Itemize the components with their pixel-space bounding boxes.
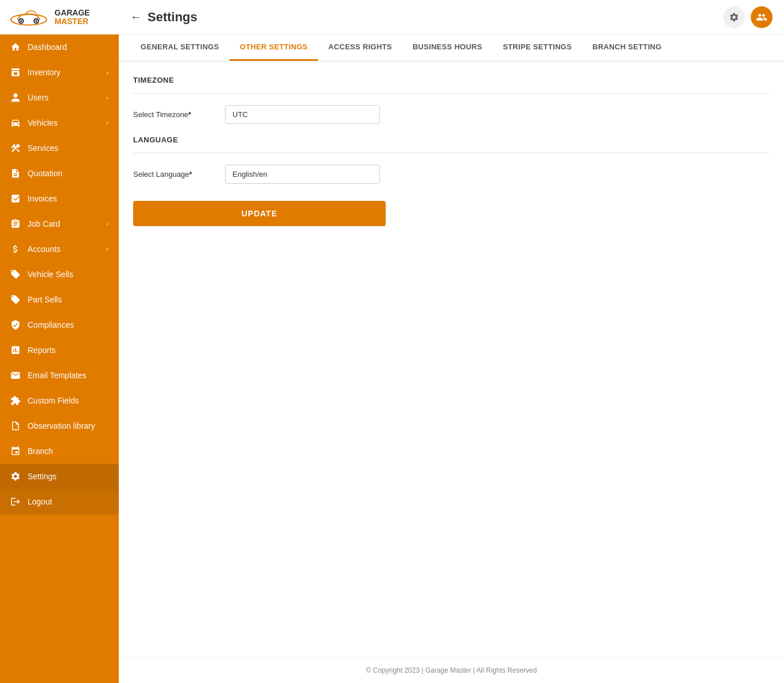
- sidebar-label-quotation: Quotation: [28, 169, 63, 178]
- sidebar-item-quotation[interactable]: Quotation: [0, 161, 119, 186]
- settings-content: TIMEZONE Select Timezone* LANGUAGE Selec…: [119, 61, 784, 657]
- quotation-icon: [10, 168, 21, 178]
- update-button[interactable]: UPDATE: [133, 201, 386, 226]
- sidebar-label-reports: Reports: [28, 346, 56, 355]
- sidebar-label-logout: Logout: [28, 497, 52, 506]
- sidebar-label-services: Services: [28, 143, 59, 153]
- logo-car-icon: [9, 6, 49, 28]
- timezone-section: TIMEZONE Select Timezone*: [133, 76, 770, 124]
- sidebar-label-compliances: Compliances: [28, 320, 74, 329]
- sidebar-label-branch: Branch: [28, 447, 53, 456]
- email-icon: [10, 370, 21, 381]
- tab-branch-setting[interactable]: BRANCH SETTING: [582, 34, 672, 61]
- language-section: LANGUAGE Select Language*: [133, 135, 770, 184]
- accounts-arrow: ›: [106, 246, 108, 253]
- timezone-label: Select Timezone*: [133, 110, 225, 119]
- customfields-icon: [10, 395, 21, 406]
- compliances-icon: [10, 320, 21, 330]
- language-input[interactable]: [225, 165, 380, 184]
- settings-icon: [10, 471, 21, 482]
- sidebar-label-inventory: Inventory: [28, 68, 61, 77]
- sidebar-item-emailtemplates[interactable]: Email Templates: [0, 363, 119, 388]
- sidebar-item-compliances[interactable]: Compliances: [0, 312, 119, 337]
- sidebar-item-partsells[interactable]: Part Sells: [0, 287, 119, 312]
- users-icon: [10, 92, 21, 103]
- sidebar-item-logout[interactable]: Logout: [0, 489, 119, 514]
- back-button[interactable]: ←: [130, 10, 142, 24]
- tab-access-rights[interactable]: ACCESS RIGHTS: [318, 34, 402, 61]
- sidebar-item-observationlibrary[interactable]: Observation library: [0, 413, 119, 438]
- sidebar-item-inventory[interactable]: Inventory ›: [0, 60, 119, 85]
- sidebar-label-invoices: Invoices: [28, 194, 57, 203]
- language-divider: [133, 153, 770, 153]
- sidebar-label-observationlibrary: Observation library: [28, 421, 95, 430]
- sidebar-item-reports[interactable]: Reports: [0, 337, 119, 363]
- vehiclesells-icon: [10, 269, 21, 280]
- svg-point-2: [20, 20, 22, 22]
- tab-general[interactable]: GENERAL SETTINGS: [130, 34, 230, 61]
- footer-text: © Copyright 2023 | Garage Master | All R…: [366, 666, 537, 674]
- tab-other-settings[interactable]: OTHER SETTINGS: [230, 34, 318, 61]
- timezone-row: Select Timezone*: [133, 105, 770, 124]
- inventory-arrow: ›: [106, 69, 108, 76]
- jobcard-arrow: ›: [106, 220, 108, 227]
- sidebar-label-partsells: Part Sells: [28, 295, 62, 304]
- header-left: ← Settings: [130, 10, 197, 25]
- vehicles-icon: [10, 118, 21, 128]
- sidebar-item-vehiclesells[interactable]: Vehicle Sells: [0, 262, 119, 287]
- settings-tabs: GENERAL SETTINGS OTHER SETTINGS ACCESS R…: [119, 34, 784, 61]
- users-arrow: ›: [106, 94, 108, 101]
- svg-point-0: [11, 14, 46, 25]
- accounts-icon: [10, 244, 21, 254]
- sidebar-item-accounts[interactable]: Accounts ›: [0, 236, 119, 262]
- header-gear-icon: [729, 12, 739, 22]
- language-title: LANGUAGE: [133, 135, 770, 144]
- sidebar-item-settings[interactable]: Settings: [0, 464, 119, 489]
- jobcard-icon: [10, 219, 21, 229]
- sidebar-label-jobcard: Job Card: [28, 219, 60, 228]
- timezone-divider: [133, 93, 770, 94]
- inventory-icon: [10, 67, 21, 77]
- logo: GARAGE MASTER: [0, 0, 119, 34]
- tab-stripe-settings[interactable]: STRIPE SETTINGS: [492, 34, 582, 61]
- reports-icon: [10, 345, 21, 355]
- logo-text: GARAGE MASTER: [55, 9, 90, 26]
- language-label: Select Language*: [133, 170, 225, 178]
- sidebar-item-invoices[interactable]: Invoices: [0, 186, 119, 211]
- logout-icon: [10, 496, 21, 507]
- sidebar-item-branch[interactable]: Branch: [0, 438, 119, 464]
- sidebar-item-vehicles[interactable]: Vehicles ›: [0, 110, 119, 135]
- logo-garage: GARAGE: [55, 9, 90, 17]
- services-icon: [10, 143, 21, 153]
- header: ← Settings: [119, 0, 784, 34]
- language-row: Select Language*: [133, 165, 770, 184]
- footer: © Copyright 2023 | Garage Master | All R…: [119, 657, 784, 683]
- sidebar-nav: Dashboard Inventory › Users › Vehicles: [0, 34, 119, 683]
- sidebar-label-vehiclesells: Vehicle Sells: [28, 270, 73, 279]
- main-content: ← Settings GENERAL SETTINGS OTHER SETTIN…: [119, 0, 784, 683]
- gear-button[interactable]: [723, 6, 745, 28]
- sidebar-item-dashboard[interactable]: Dashboard: [0, 34, 119, 60]
- sidebar-label-customfields: Custom Fields: [28, 396, 79, 405]
- sidebar-item-customfields[interactable]: Custom Fields: [0, 388, 119, 413]
- partsells-icon: [10, 294, 21, 305]
- sidebar-label-users: Users: [28, 93, 49, 102]
- home-icon: [10, 42, 21, 52]
- tab-business-hours[interactable]: BUSINESS HOURS: [402, 34, 492, 61]
- sidebar-label-settings: Settings: [28, 472, 57, 481]
- sidebar-item-services[interactable]: Services: [0, 135, 119, 161]
- sidebar-label-emailtemplates: Email Templates: [28, 371, 86, 380]
- vehicles-arrow: ›: [106, 119, 108, 126]
- svg-point-4: [36, 20, 37, 22]
- sidebar-item-users[interactable]: Users ›: [0, 85, 119, 110]
- branch-icon: [10, 446, 21, 456]
- header-user-icon: [756, 11, 767, 23]
- timezone-input[interactable]: [225, 105, 380, 124]
- invoices-icon: [10, 193, 21, 204]
- header-right: [723, 6, 773, 28]
- logo-master: MASTER: [55, 17, 90, 26]
- sidebar-item-jobcard[interactable]: Job Card ›: [0, 211, 119, 236]
- user-button[interactable]: [751, 6, 773, 28]
- timezone-title: TIMEZONE: [133, 76, 770, 84]
- observation-icon: [10, 421, 21, 431]
